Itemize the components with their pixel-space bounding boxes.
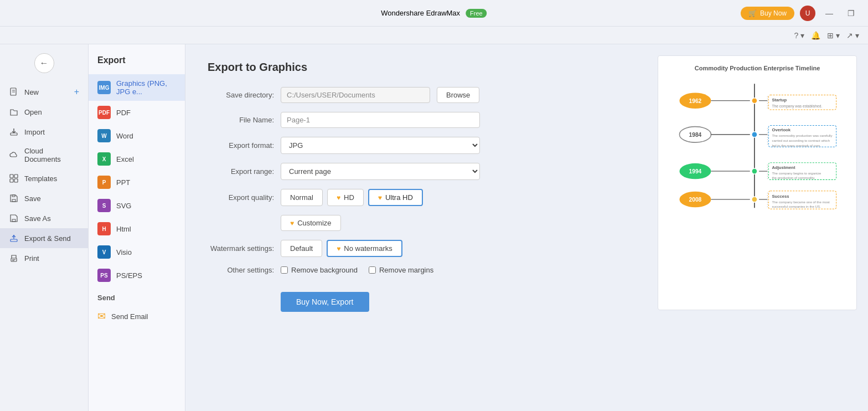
browse-button[interactable]: Browse <box>437 87 479 103</box>
preview-panel: Commodity Production Enterprise Timeline… <box>647 44 868 411</box>
format-item-html[interactable]: H Html <box>89 217 185 240</box>
remove-margins-label: Remove margins <box>379 266 433 274</box>
preview-box: Commodity Production Enterprise Timeline… <box>658 55 857 310</box>
other-settings-row: Other settings: Remove background Remove… <box>208 266 624 274</box>
sidebar-item-open[interactable]: Open <box>0 102 88 122</box>
remove-background-checkbox[interactable] <box>281 266 288 274</box>
sidebar-label-open: Open <box>24 108 42 116</box>
format-label-graphics: Graphics (PNG, JPG e... <box>116 79 176 96</box>
save-directory-label: Save directory: <box>208 91 274 99</box>
sidebar-item-save[interactable]: Save <box>0 188 88 208</box>
avatar[interactable]: U <box>800 6 815 21</box>
export-format-label: Export format: <box>208 141 274 150</box>
share-icon[interactable]: ↗ ▾ <box>846 31 859 40</box>
layout-icon[interactable]: ⊞ ▾ <box>827 31 840 40</box>
icon-bar: ? ▾ 🔔 ⊞ ▾ ↗ ▾ <box>0 27 868 44</box>
quality-ultra-hd-button[interactable]: ♥ Ultra HD <box>368 189 423 206</box>
remove-background-checkbox-item[interactable]: Remove background <box>281 266 358 274</box>
svg-rect-12 <box>11 239 17 242</box>
print-icon <box>9 253 19 263</box>
quality-normal-label: Normal <box>290 193 313 202</box>
sidebar-item-new[interactable]: New + <box>0 82 88 102</box>
bell-icon[interactable]: 🔔 <box>811 31 820 40</box>
send-email-item[interactable]: ✉ Send Email <box>89 305 185 327</box>
export-range-select[interactable]: Current page All pages Selected shapes <box>281 163 480 180</box>
watermark-no-watermarks-button[interactable]: ♥ No watermarks <box>327 240 402 257</box>
customize-row: ♥ Customize <box>208 215 624 231</box>
watermark-group: Default ♥ No watermarks <box>281 240 402 257</box>
hd-heart-icon: ♥ <box>337 194 340 202</box>
maximize-button[interactable]: ❐ <box>843 7 859 20</box>
svg-text:carried out according to contr: carried out according to contract which <box>772 138 830 142</box>
export-button[interactable]: Buy Now, Export <box>281 292 369 312</box>
sidebar-item-cloud[interactable]: Cloud Documents <box>0 142 88 168</box>
format-icon-excel: X <box>97 152 111 166</box>
save-directory-row: Save directory: Browse <box>208 87 624 103</box>
export-format-select[interactable]: JPG PNG BMP GIF TIFF <box>281 137 480 154</box>
export-button-row: Buy Now, Export <box>208 283 624 312</box>
format-item-graphics[interactable]: IMG Graphics (PNG, JPG e... <box>89 74 185 101</box>
remove-margins-checkbox[interactable] <box>369 266 376 274</box>
format-item-word[interactable]: W Word <box>89 124 185 147</box>
svg-text:1962: 1962 <box>689 98 702 104</box>
customize-button[interactable]: ♥ Customize <box>281 215 341 231</box>
svg-text:Success: Success <box>772 194 789 199</box>
buy-now-button[interactable]: 🛒 Buy Now <box>741 7 794 20</box>
customize-label: Customize <box>297 219 331 227</box>
sidebar-item-print[interactable]: Print <box>0 248 88 268</box>
watermark-default-button[interactable]: Default <box>281 240 322 257</box>
format-label-visio: Visio <box>116 248 132 256</box>
new-icon <box>9 87 19 97</box>
save-directory-input[interactable] <box>281 87 430 103</box>
sidebar-label-export: Export & Send <box>24 234 71 243</box>
timeline-diagram: 1962 Startup The company was established… <box>667 78 848 214</box>
sidebar-item-import[interactable]: Import <box>0 122 88 142</box>
sidebar-item-save-as[interactable]: Save As <box>0 208 88 228</box>
help-icon[interactable]: ? ▾ <box>794 31 805 40</box>
svg-text:the production of commodity.: the production of commodity. <box>772 176 815 179</box>
remove-margins-checkbox-item[interactable]: Remove margins <box>369 266 433 274</box>
file-name-input[interactable] <box>281 112 480 128</box>
format-icon-visio: V <box>97 245 111 259</box>
format-item-svg[interactable]: S SVG <box>89 194 185 217</box>
format-item-pseps[interactable]: PS PS/EPS <box>89 264 185 287</box>
send-section-title: Send <box>89 287 185 305</box>
format-item-pdf[interactable]: PDF PDF <box>89 101 185 124</box>
title-bar: Wondershare EdrawMax Free 🛒 Buy Now U — … <box>0 0 868 27</box>
free-badge: Free <box>466 9 487 18</box>
sidebar-item-templates[interactable]: Templates <box>0 168 88 188</box>
format-item-excel[interactable]: X Excel <box>89 147 185 171</box>
svg-rect-15 <box>12 259 16 260</box>
left-sidebar: ← New + Open Import Cloud Document <box>0 44 89 411</box>
cloud-icon <box>9 150 19 160</box>
svg-rect-16 <box>12 260 14 261</box>
checkbox-group: Remove background Remove margins <box>281 266 433 274</box>
format-item-ppt[interactable]: P PPT <box>89 171 185 194</box>
cart-icon: 🛒 <box>748 9 757 17</box>
save-icon <box>9 193 19 203</box>
svg-text:led to the mass overtook of co: led to the mass overtook of corn. <box>772 143 821 147</box>
svg-rect-7 <box>10 179 13 182</box>
new-add-icon[interactable]: + <box>74 87 79 97</box>
format-label-pdf: PDF <box>116 109 131 117</box>
save-as-icon <box>9 213 19 223</box>
title-bar-center: Wondershare EdrawMax Free <box>381 9 487 18</box>
format-label-ppt: PPT <box>116 178 130 187</box>
sidebar-item-export[interactable]: Export & Send <box>0 228 88 248</box>
format-icon-word: W <box>97 129 111 142</box>
export-form-title: Export to Graphics <box>208 61 624 74</box>
svg-rect-5 <box>10 174 13 178</box>
format-icon-svg: S <box>97 199 111 212</box>
minimize-button[interactable]: — <box>821 7 838 20</box>
svg-point-38 <box>752 168 757 174</box>
format-label-html: Html <box>116 225 131 233</box>
templates-icon <box>9 173 19 183</box>
quality-normal-button[interactable]: Normal <box>281 189 323 206</box>
svg-text:2008: 2008 <box>689 197 702 203</box>
format-item-visio[interactable]: V Visio <box>89 240 185 264</box>
export-sidebar: Export IMG Graphics (PNG, JPG e... PDF P… <box>89 44 185 411</box>
watermark-no-watermarks-label: No watermarks <box>344 244 392 253</box>
quality-hd-button[interactable]: ♥ HD <box>327 189 364 206</box>
sidebar-label-templates: Templates <box>24 174 57 183</box>
back-button[interactable]: ← <box>34 53 54 73</box>
